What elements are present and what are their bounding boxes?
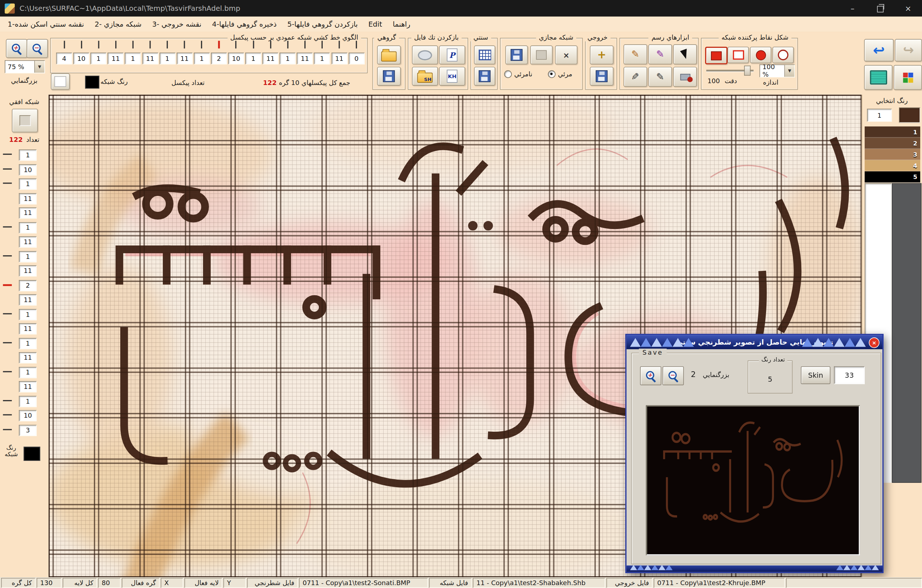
dialog-zoom-in-button[interactable]: +	[640, 366, 661, 385]
pattern-value-input[interactable]: 2	[211, 52, 227, 64]
dialog-zoom-out-button[interactable]: −	[663, 366, 684, 385]
size-dropdown[interactable]: 100 % ▼	[760, 64, 795, 77]
pattern-value-input[interactable]: 1	[159, 52, 175, 64]
sonati-save-button[interactable]	[474, 67, 495, 86]
invisible-radio[interactable]	[504, 70, 512, 78]
open-shabakeh-file-button[interactable]: SH	[412, 67, 438, 86]
dialog-close-button[interactable]: ×	[869, 337, 879, 348]
row-value-input[interactable]: 1	[19, 179, 37, 190]
row-value-input[interactable]: 11	[19, 236, 37, 247]
open-picture-file-button[interactable]: P	[439, 46, 465, 64]
select-arrow-tool-button[interactable]	[673, 44, 697, 64]
fill-tool-button[interactable]	[673, 67, 697, 87]
close-button[interactable]: ×	[894, 0, 922, 16]
row-value-input[interactable]: 11	[19, 352, 37, 363]
redo-button[interactable]: ↪	[895, 39, 922, 61]
virtual-grid-blank-button[interactable]	[530, 46, 553, 64]
horizontal-grid-button[interactable]	[12, 109, 38, 132]
pattern-value-input[interactable]: 11	[177, 52, 192, 64]
row-value-input[interactable]: 1	[19, 149, 37, 161]
menu-item-scanned-map[interactable]: نقشه سنتي اسكن شده-1	[3, 18, 89, 31]
pattern-value-input[interactable]: 1	[194, 52, 209, 64]
row-value-input[interactable]: 1	[19, 222, 37, 233]
row-value-input[interactable]: 2	[19, 280, 37, 291]
minimize-button[interactable]: –	[839, 0, 866, 16]
sonati-grid-button[interactable]	[474, 46, 495, 64]
row-value-input[interactable]: 10	[19, 410, 37, 421]
skin-button[interactable]: Skin	[801, 366, 830, 384]
dialog-titlebar[interactable]: تصوير نهايي حاصل از تصوير شطرنجي سنتي ×	[626, 335, 883, 349]
left-grid-color-swatch[interactable]	[24, 447, 40, 461]
group-open-button[interactable]	[377, 46, 401, 64]
visible-radio[interactable]	[548, 70, 555, 78]
slider-thumb[interactable]	[744, 65, 750, 76]
row-value-input[interactable]: 11	[19, 207, 37, 219]
menu-item-virtual-grid[interactable]: شبكه مجازي -2	[89, 18, 147, 31]
pattern-value-input[interactable]: 11	[142, 52, 158, 64]
menu-item-help[interactable]: راهنما	[387, 18, 415, 31]
color-list-item[interactable]: 1	[865, 126, 920, 137]
zoom-out-button[interactable]: −	[27, 39, 48, 58]
pattern-value-input[interactable]: 1	[314, 52, 330, 64]
pattern-value-input[interactable]: 11	[263, 52, 278, 64]
pattern-value-input[interactable]: 0	[349, 52, 365, 64]
selected-color-index-input[interactable]: 1	[867, 109, 892, 122]
open-khruje-file-button[interactable]: KH	[439, 67, 465, 86]
skin-value-input[interactable]: 33	[834, 366, 865, 384]
outline-circle-button[interactable]	[773, 47, 794, 64]
maximize-button[interactable]	[866, 0, 894, 16]
color-list-item[interactable]: 2	[865, 137, 920, 149]
outline-square-button[interactable]	[727, 47, 749, 64]
filled-circle-button[interactable]	[750, 47, 771, 64]
menu-item-edit[interactable]: Edit	[363, 18, 387, 31]
undo-button[interactable]: ↩	[864, 39, 894, 61]
virtual-grid-delete-button[interactable]: ×	[555, 46, 577, 64]
zoom-in-button[interactable]: +	[6, 39, 27, 58]
row-value-input[interactable]: 11	[19, 381, 37, 392]
pattern-value-input[interactable]: 1	[90, 52, 106, 64]
row-value-input[interactable]: 1	[19, 367, 37, 378]
row-value-input[interactable]: 11	[19, 294, 37, 305]
menu-item-group-save[interactable]: ذخيره گروهي فايلها-4	[207, 18, 282, 31]
row-value-input[interactable]: 3	[19, 425, 37, 436]
menu-item-output-map[interactable]: نقشه خروجي -3	[147, 18, 207, 31]
palette-button[interactable]	[894, 65, 922, 90]
row-value-input[interactable]: 1	[19, 396, 37, 407]
dropdown-arrow-icon[interactable]: ▼	[785, 65, 794, 77]
grid-color-white-swatch[interactable]	[51, 73, 70, 90]
open-shape-file-button[interactable]	[412, 46, 438, 64]
pattern-value-input[interactable]: 1	[125, 52, 141, 64]
output-save-button[interactable]	[590, 67, 614, 86]
grid-color-swatch[interactable]	[85, 76, 99, 88]
pen-tool-button[interactable]: ✎	[623, 67, 647, 87]
color-list-item[interactable]: 4	[865, 160, 920, 172]
display-button[interactable]	[864, 65, 893, 90]
row-value-input[interactable]: 1	[19, 251, 37, 262]
filled-square-button[interactable]	[705, 47, 727, 64]
precision-slider[interactable]	[706, 65, 754, 75]
virtual-grid-save-button[interactable]	[505, 46, 528, 64]
output-add-button[interactable]: +	[590, 46, 614, 64]
color-list-item[interactable]: 3	[865, 149, 920, 160]
row-value-input[interactable]: 1	[19, 309, 37, 320]
row-value-input[interactable]: 10	[19, 164, 37, 175]
row-value-input[interactable]: 11	[19, 265, 37, 276]
color-list-item[interactable]: 5	[865, 172, 920, 183]
selected-color-swatch[interactable]	[899, 108, 920, 123]
pattern-value-input[interactable]: 11	[297, 52, 312, 64]
dropdown-arrow-icon[interactable]: ▼	[34, 61, 44, 73]
pattern-value-input[interactable]: 10	[228, 52, 244, 64]
pattern-value-input[interactable]: 4	[56, 52, 72, 64]
pattern-value-input[interactable]: 1	[280, 52, 296, 64]
pencil-tool-button[interactable]: ✎	[623, 44, 647, 64]
zoom-level-dropdown[interactable]: 75 % ▼	[5, 60, 45, 73]
pen2-tool-button[interactable]: ✎	[648, 67, 672, 87]
row-value-input[interactable]: 11	[19, 323, 37, 335]
pattern-value-input[interactable]: 11	[331, 52, 347, 64]
menu-item-group-open[interactable]: بازكردن گروهي فايلها-5	[282, 18, 363, 31]
pattern-value-input[interactable]: 1	[245, 52, 261, 64]
row-value-input[interactable]: 11	[19, 193, 37, 204]
multi-pen-tool-button[interactable]: ✎	[648, 44, 672, 64]
group-save-button[interactable]	[377, 67, 401, 86]
row-value-input[interactable]: 1	[19, 338, 37, 349]
